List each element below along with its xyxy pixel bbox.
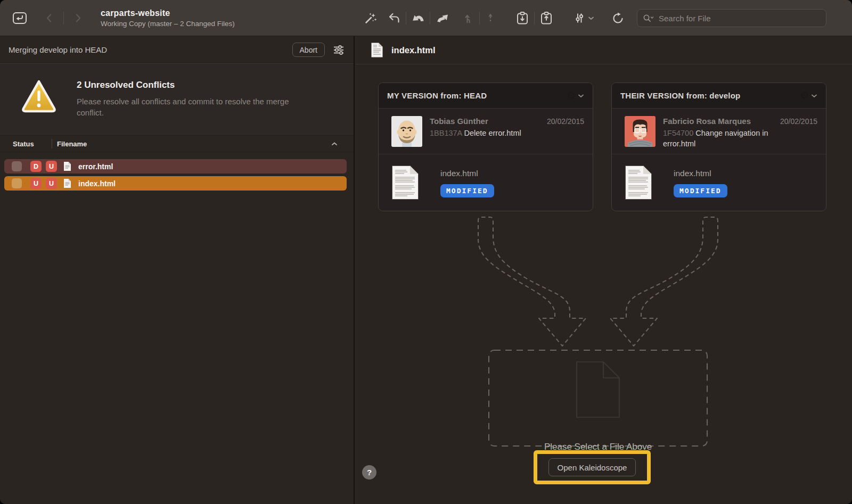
their-version-header: THEIR VERSION from: develop ⚙ [612, 83, 826, 109]
app-window: carparts-website Working Copy (master – … [0, 0, 852, 504]
merge-title: Merging develop into HEAD [9, 45, 107, 54]
commit-hash: 1F54700 [663, 129, 693, 137]
document-icon [371, 42, 383, 58]
their-version-card: THEIR VERSION from: develop ⚙ Fabricio R… [611, 82, 826, 211]
annotation-highlight: Open Kaleidoscope [534, 450, 651, 484]
commit-author: Tobias Günther [430, 117, 488, 126]
version-file[interactable]: index.html MODIFIED [612, 154, 826, 200]
magic-wand-icon[interactable] [359, 6, 382, 30]
clipboard-pull-icon[interactable] [511, 6, 534, 30]
avatar [625, 116, 656, 147]
status-badge: U [30, 178, 42, 189]
commit-info[interactable]: Tobias Günther 20/02/2015 1BB137A Delete… [379, 109, 593, 154]
commit-date: 20/02/2015 [547, 117, 584, 126]
search-input[interactable] [659, 14, 821, 23]
card-title: MY VERSION from: HEAD [387, 91, 487, 100]
gear-icon: ⚙ [567, 89, 576, 102]
document-preview-icon [391, 165, 419, 200]
empty-document-outline [577, 362, 619, 417]
workflow-sliders-icon[interactable] [569, 6, 590, 30]
repo-subtitle: Working Copy (master – 2 Changed Files) [101, 20, 235, 28]
commit-author: Fabricio Rosa Marques [663, 117, 751, 126]
working-copy-icon[interactable] [9, 9, 31, 27]
version-filename: index.html [674, 169, 727, 178]
detail-panel: index.html MY VERSION from: HEAD ⚙ [356, 36, 852, 504]
commit-message: Delete error.html [464, 129, 521, 137]
chevron-down-icon [578, 94, 584, 98]
commit-date: 20/02/2015 [780, 117, 817, 126]
search-icon [643, 13, 654, 23]
avatar [391, 116, 422, 147]
modified-status-badge: MODIFIED [674, 184, 727, 197]
apply-stash-icon[interactable] [430, 6, 454, 30]
chevron-down-icon[interactable] [588, 16, 597, 20]
file-table-header[interactable]: Status Filename [0, 136, 354, 152]
push-dashed-icon[interactable] [480, 6, 501, 30]
my-version-card: MY VERSION from: HEAD ⚙ Tobias Günther 2… [378, 82, 593, 211]
merge-panel: Merging develop into HEAD Abort 2 Unreso… [0, 36, 355, 504]
table-row[interactable]: D U error.html [4, 159, 347, 173]
stage-checkbox[interactable] [12, 178, 22, 188]
conflict-warning: 2 Unresolved Conflicts Please resolve al… [0, 64, 354, 136]
merge-target-box [489, 350, 707, 446]
gear-icon: ⚙ [800, 89, 809, 102]
filename-label: error.html [78, 162, 113, 171]
clipboard-push-icon[interactable] [535, 6, 558, 30]
modified-status-badge: MODIFIED [440, 184, 494, 197]
filename-label: index.html [78, 179, 116, 188]
card-title: THEIR VERSION from: develop [620, 91, 740, 100]
warning-triangle-icon [19, 78, 59, 135]
detail-file-title: index.html [391, 45, 436, 55]
help-button[interactable]: ? [362, 465, 376, 480]
status-badge: U [46, 161, 57, 172]
detail-file-header: index.html [356, 36, 852, 64]
document-preview-icon [625, 165, 652, 200]
stage-checkbox[interactable] [12, 161, 22, 171]
stash-icon[interactable] [406, 6, 430, 30]
search-field[interactable] [637, 9, 826, 27]
open-kaleidoscope-button[interactable]: Open Kaleidoscope [548, 458, 636, 476]
toolbar: carparts-website Working Copy (master – … [0, 0, 852, 36]
merge-header: Merging develop into HEAD Abort [0, 36, 354, 64]
nav-separator [63, 12, 64, 24]
right-merge-arrow [610, 217, 718, 346]
repo-titles: carparts-website Working Copy (master – … [101, 9, 235, 28]
version-file[interactable]: index.html MODIFIED [379, 154, 593, 200]
gear-menu[interactable]: ⚙ [800, 89, 817, 102]
nav-back-icon[interactable] [38, 6, 60, 30]
cherry-pick-icon[interactable] [458, 6, 479, 30]
status-badge: U [46, 178, 57, 189]
filter-sliders-icon[interactable] [332, 44, 345, 56]
gear-menu[interactable]: ⚙ [567, 89, 584, 102]
table-row[interactable]: U U index.html [4, 176, 347, 191]
file-icon [63, 178, 71, 188]
left-merge-arrow [478, 217, 586, 346]
commit-info[interactable]: Fabricio Rosa Marques 20/02/2015 1F54700… [612, 109, 826, 154]
warning-message: Please resolve all conflicts and commit … [77, 96, 307, 118]
nav-forward-icon[interactable] [68, 6, 89, 30]
status-badge: D [30, 161, 42, 172]
file-icon [63, 161, 71, 171]
column-status[interactable]: Status [13, 140, 52, 148]
repo-title: carparts-website [101, 9, 235, 18]
undo-icon[interactable] [382, 6, 406, 30]
column-divider [52, 139, 52, 148]
version-filename: index.html [440, 169, 494, 178]
column-filename[interactable]: Filename [57, 140, 87, 148]
sort-chevron-up-icon[interactable] [331, 142, 338, 146]
commit-hash: 1BB137A [430, 129, 462, 137]
chevron-down-icon [811, 94, 817, 98]
abort-button[interactable]: Abort [292, 43, 325, 57]
my-version-header: MY VERSION from: HEAD ⚙ [379, 83, 593, 109]
refresh-icon[interactable] [606, 6, 629, 30]
warning-title: 2 Unresolved Conflicts [77, 80, 307, 90]
